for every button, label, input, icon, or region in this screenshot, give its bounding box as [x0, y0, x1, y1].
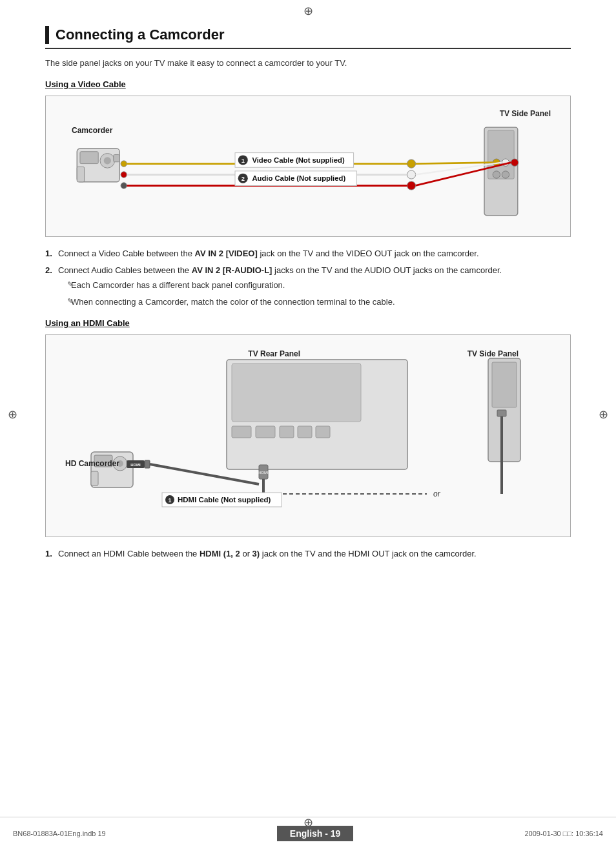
svg-point-29 [502, 170, 509, 178]
svg-text:Audio Cable (Not supplied): Audio Cable (Not supplied) [252, 174, 345, 181]
svg-rect-1 [80, 151, 98, 163]
svg-point-3 [104, 157, 111, 164]
bold-av-in-audio: AV IN 2 [R-AUDIO-L] [192, 265, 272, 275]
svg-rect-46 [492, 362, 517, 407]
svg-text:Video Cable (Not supplied): Video Cable (Not supplied) [252, 156, 345, 163]
page-footer: BN68-01883A-01Eng.indb 19 English - 19 2… [0, 817, 616, 849]
svg-point-7 [121, 171, 127, 177]
svg-rect-5 [114, 154, 119, 161]
svg-text:1: 1 [168, 497, 171, 504]
footer-center: English - 19 [277, 826, 354, 841]
subsection-video-heading: Using a Video Cable [45, 79, 571, 89]
svg-point-13 [407, 170, 415, 178]
video-diagram: TV Side Panel Camcorder [59, 107, 557, 226]
svg-text:2: 2 [241, 174, 245, 181]
tv-rear-panel-label: TV Rear Panel [248, 349, 300, 358]
bold-av-in-video: AV IN 2 [VIDEO] [195, 249, 258, 258]
svg-line-30 [416, 162, 493, 163]
footer-right-text: 2009-01-30 □□: 10:36:14 [524, 830, 603, 837]
bold-hdmi-jack: HDMI (1, 2 [200, 549, 240, 558]
svg-rect-37 [280, 426, 294, 438]
step-num-2: 2. [45, 264, 52, 277]
svg-rect-38 [298, 426, 312, 438]
svg-point-12 [407, 159, 415, 167]
svg-rect-24 [488, 130, 514, 178]
svg-rect-53 [91, 471, 98, 486]
subsection-hdmi-heading: Using an HDMI Cable [45, 318, 571, 328]
page-number: English - 19 [277, 826, 354, 841]
main-content: Connecting a Camcorder The side panel ja… [0, 0, 616, 609]
video-diagram-box: TV Side Panel Camcorder [45, 96, 571, 237]
video-step-1: 1. Connect a Video Cable between the AV … [45, 247, 571, 260]
video-cable-svg: 1 Video Cable (Not supplied) 2 Audio Cab… [59, 118, 557, 221]
hd-camcorder-label: HD Camcorder [65, 459, 119, 468]
svg-rect-39 [316, 426, 330, 438]
svg-text:1: 1 [241, 156, 245, 163]
svg-point-28 [493, 170, 500, 178]
page-title: Connecting a Camcorder [56, 26, 225, 43]
video-step-2: 2. Connect Audio Cables between the AV I… [45, 264, 571, 309]
intro-text: The side panel jacks on your TV make it … [45, 58, 571, 68]
svg-point-27 [511, 159, 518, 166]
reg-mark-left: ⊕ [8, 407, 17, 422]
svg-point-14 [407, 181, 415, 189]
tv-side-panel-label2: TV Side Panel [467, 349, 518, 358]
svg-point-8 [121, 182, 127, 188]
svg-rect-4 [77, 167, 84, 182]
hdmi-diagram-box: TV Rear Panel TV Side Panel HD Camcorder [45, 334, 571, 537]
svg-text:or: or [433, 489, 441, 498]
svg-text:HDMI Cable (Not supplied): HDMI Cable (Not supplied) [178, 496, 271, 504]
svg-point-6 [121, 160, 127, 166]
title-bar-accent [45, 26, 49, 44]
reg-mark-right: ⊕ [599, 407, 608, 422]
camcorder-label: Camcorder [72, 126, 112, 135]
hdmi-step-1: 1. Connect an HDMI Cable between the HDM… [45, 547, 571, 560]
svg-rect-47 [497, 410, 506, 416]
hdmi-diagram: TV Rear Panel TV Side Panel HD Camcorder [59, 345, 557, 526]
footer-left-text: BN68-01883A-01Eng.indb 19 [13, 830, 106, 837]
step-num-1: 1. [45, 247, 52, 260]
svg-rect-34 [232, 363, 361, 422]
note-1: Each Camcorder has a different back pane… [58, 279, 571, 292]
reg-mark-top: ⊕ [303, 4, 313, 18]
note-2: When connecting a Camcorder, match the c… [58, 296, 571, 309]
svg-text:HDMI: HDMI [258, 471, 269, 475]
svg-text:HDMI: HDMI [130, 463, 141, 467]
svg-rect-35 [232, 426, 251, 438]
hdmi-cable-svg: HDMI or [59, 345, 588, 517]
svg-rect-36 [256, 426, 275, 438]
hdmi-step-num-1: 1. [45, 547, 52, 560]
svg-rect-56 [145, 460, 150, 468]
page-container: ⊕ ⊕ ⊕ ⊕ Connecting a Camcorder The side … [0, 0, 616, 849]
tv-side-panel-label: TV Side Panel [500, 109, 551, 118]
bold-hdmi-3: 3) [252, 549, 260, 558]
hdmi-steps-list: 1. Connect an HDMI Cable between the HDM… [45, 547, 571, 560]
section-title: Connecting a Camcorder [45, 26, 571, 49]
video-steps-list: 1. Connect a Video Cable between the AV … [45, 247, 571, 308]
